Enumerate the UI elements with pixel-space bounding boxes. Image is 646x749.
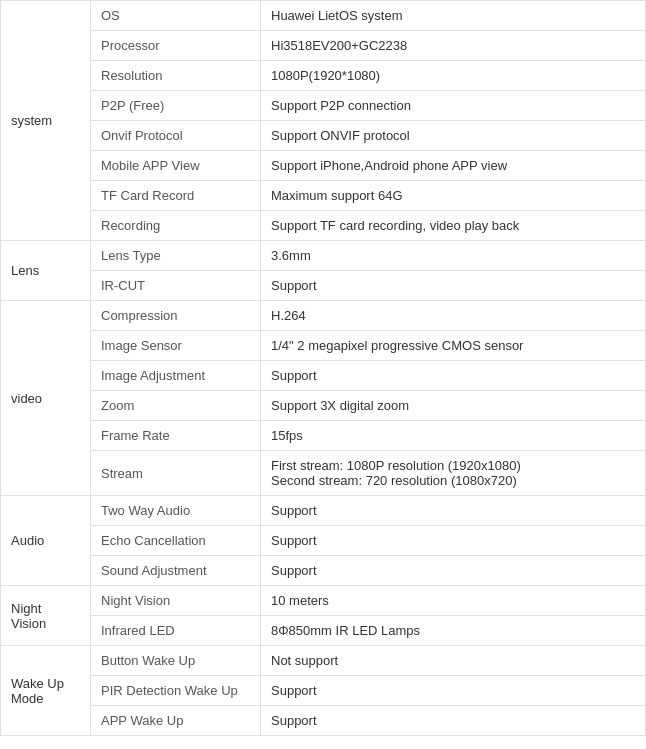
- label-cell: Recording: [91, 211, 261, 241]
- table-row: PIR Detection Wake UpSupport: [1, 676, 646, 706]
- category-cell: system: [1, 1, 91, 241]
- table-row: AudioTwo Way AudioSupport: [1, 496, 646, 526]
- label-cell: Echo Cancellation: [91, 526, 261, 556]
- label-cell: PIR Detection Wake Up: [91, 676, 261, 706]
- table-row: Frame Rate15fps: [1, 421, 646, 451]
- table-row: Echo CancellationSupport: [1, 526, 646, 556]
- value-cell: First stream: 1080P resolution (1920x108…: [261, 451, 646, 496]
- table-row: StreamFirst stream: 1080P resolution (19…: [1, 451, 646, 496]
- category-cell: Audio: [1, 496, 91, 586]
- value-cell: Support: [261, 706, 646, 736]
- table-row: videoCompressionH.264: [1, 301, 646, 331]
- table-row: Mobile APP ViewSupport iPhone,Android ph…: [1, 151, 646, 181]
- table-row: LensLens Type3.6mm: [1, 241, 646, 271]
- table-row: Image AdjustmentSupport: [1, 361, 646, 391]
- table-row: Wake Up ModeButton Wake UpNot support: [1, 646, 646, 676]
- label-cell: Compression: [91, 301, 261, 331]
- label-cell: Onvif Protocol: [91, 121, 261, 151]
- label-cell: IR-CUT: [91, 271, 261, 301]
- label-cell: OS: [91, 1, 261, 31]
- label-cell: Night Vision: [91, 586, 261, 616]
- category-cell: Wake Up Mode: [1, 646, 91, 736]
- label-cell: Zoom: [91, 391, 261, 421]
- label-cell: Sound Adjustment: [91, 556, 261, 586]
- table-row: P2P (Free)Support P2P connection: [1, 91, 646, 121]
- value-cell: Support 3X digital zoom: [261, 391, 646, 421]
- value-cell: Support TF card recording, video play ba…: [261, 211, 646, 241]
- label-cell: Resolution: [91, 61, 261, 91]
- label-cell: Processor: [91, 31, 261, 61]
- table-row: IR-CUTSupport: [1, 271, 646, 301]
- table-row: TF Card RecordMaximum support 64G: [1, 181, 646, 211]
- value-cell: 3.6mm: [261, 241, 646, 271]
- value-cell: 10 meters: [261, 586, 646, 616]
- table-row: Night VisionNight Vision10 meters: [1, 586, 646, 616]
- label-cell: Infrared LED: [91, 616, 261, 646]
- category-cell: Lens: [1, 241, 91, 301]
- label-cell: APP Wake Up: [91, 706, 261, 736]
- value-cell: Huawei LietOS system: [261, 1, 646, 31]
- value-cell: 15fps: [261, 421, 646, 451]
- value-cell: 1080P(1920*1080): [261, 61, 646, 91]
- label-cell: TF Card Record: [91, 181, 261, 211]
- value-cell: Support: [261, 361, 646, 391]
- label-cell: Two Way Audio: [91, 496, 261, 526]
- value-cell: Support: [261, 496, 646, 526]
- table-row: ZoomSupport 3X digital zoom: [1, 391, 646, 421]
- value-cell: Hi3518EV200+GC2238: [261, 31, 646, 61]
- value-cell: Not support: [261, 646, 646, 676]
- table-row: systemOSHuawei LietOS system: [1, 1, 646, 31]
- label-cell: Lens Type: [91, 241, 261, 271]
- table-row: RecordingSupport TF card recording, vide…: [1, 211, 646, 241]
- category-cell: video: [1, 301, 91, 496]
- label-cell: Frame Rate: [91, 421, 261, 451]
- table-row: Sound AdjustmentSupport: [1, 556, 646, 586]
- label-cell: Image Sensor: [91, 331, 261, 361]
- label-cell: P2P (Free): [91, 91, 261, 121]
- table-row: ProcessorHi3518EV200+GC2238: [1, 31, 646, 61]
- value-cell: Support: [261, 526, 646, 556]
- value-cell: Support: [261, 556, 646, 586]
- label-cell: Button Wake Up: [91, 646, 261, 676]
- table-row: APP Wake UpSupport: [1, 706, 646, 736]
- value-cell: Support: [261, 676, 646, 706]
- value-cell: 1/4" 2 megapixel progressive CMOS sensor: [261, 331, 646, 361]
- label-cell: Mobile APP View: [91, 151, 261, 181]
- value-cell: Support ONVIF protocol: [261, 121, 646, 151]
- table-row: Onvif ProtocolSupport ONVIF protocol: [1, 121, 646, 151]
- table-row: Image Sensor1/4" 2 megapixel progressive…: [1, 331, 646, 361]
- category-cell: Night Vision: [1, 586, 91, 646]
- value-cell: Maximum support 64G: [261, 181, 646, 211]
- label-cell: Stream: [91, 451, 261, 496]
- value-cell: 8Φ850mm IR LED Lamps: [261, 616, 646, 646]
- value-cell: Support P2P connection: [261, 91, 646, 121]
- value-cell: Support iPhone,Android phone APP view: [261, 151, 646, 181]
- spec-table: systemOSHuawei LietOS systemProcessorHi3…: [0, 0, 646, 736]
- label-cell: Image Adjustment: [91, 361, 261, 391]
- value-cell: H.264: [261, 301, 646, 331]
- table-row: Infrared LED8Φ850mm IR LED Lamps: [1, 616, 646, 646]
- table-row: Resolution1080P(1920*1080): [1, 61, 646, 91]
- value-cell: Support: [261, 271, 646, 301]
